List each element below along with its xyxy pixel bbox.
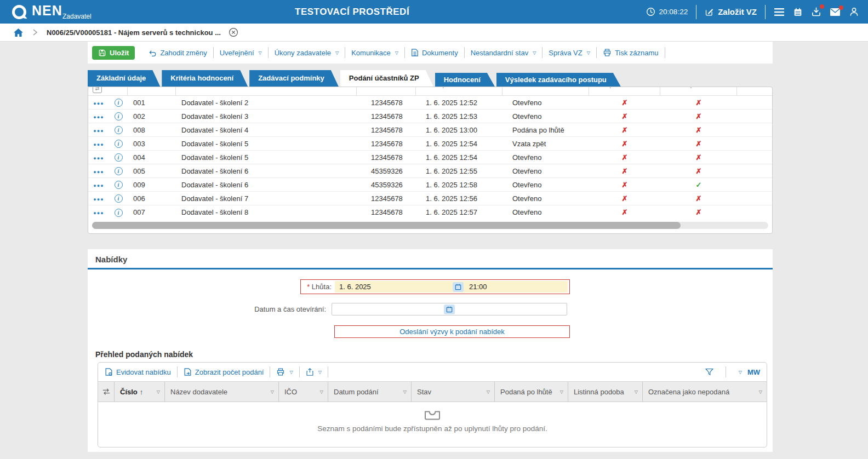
nen-logo-icon [11,4,27,20]
tab-3[interactable]: Podání účastníků ZP [340,70,433,87]
export-table-button[interactable]: ▽ [306,368,322,376]
row-info-button[interactable]: i [115,153,123,162]
deadline-calendar-button[interactable] [453,282,464,292]
main-menu-button[interactable] [774,8,785,16]
row-info-button[interactable]: i [115,194,123,203]
row-info-button[interactable]: i [115,126,123,134]
opening-date-input[interactable] [334,305,444,313]
toolbar-separator [542,47,542,58]
row-actions-button[interactable]: ●●● [93,197,104,202]
submission-row[interactable]: ●●●i004Dodavatel - školení 5123456781. 6… [88,151,772,164]
column-header[interactable]: Datum podání▽ [416,87,502,95]
column-header[interactable]: Stav▽ [412,382,495,401]
create-vz-button[interactable]: Založit VZ [705,7,757,16]
deadline-date-input[interactable]: 1. 6. 2025 [335,283,453,291]
column-header[interactable]: Název dodavatele▽ [165,382,279,401]
messages-button[interactable] [830,8,841,16]
print-record-button[interactable]: Tisk záznamu [603,48,659,57]
column-header[interactable]: Číslo▽ [128,87,176,95]
submission-row[interactable]: ●●●i001Dodavatel - školení 2123456781. 6… [88,96,772,110]
layout-code-button[interactable]: MW [747,368,760,376]
row-actions-button[interactable]: ●●● [93,114,104,120]
dropdown-caret-icon: ▽ [533,50,536,55]
submission-row[interactable]: ●●●i002Dodavatel - školení 3123456781. 6… [88,110,772,123]
cell-signed: ✗ [589,194,660,203]
horizontal-scrollbar[interactable] [92,222,768,229]
discard-changes-button[interactable]: Zahodit změny [147,49,207,57]
toolbar-separator [299,366,300,377]
row-info-button[interactable]: i [115,112,123,121]
submission-row[interactable]: ●●●i009Dodavatel - školení 6453593261. 6… [88,178,772,192]
publish-menu-button[interactable]: Uveřejnění▽ [220,49,262,57]
column-header[interactable]: Datum podání▽ [328,382,412,401]
layout-caret-icon[interactable]: ▽ [739,370,742,375]
calendar-button[interactable] [793,7,803,17]
row-info-button[interactable]: i [115,167,123,175]
row-actions-button[interactable]: ●●● [93,210,104,216]
submission-row[interactable]: ●●●i005Dodavatel - školení 6453593261. 6… [88,164,772,178]
submission-row[interactable]: ●●●i007Dodavatel - školení 8123456781. 6… [88,205,772,219]
register-offer-button[interactable]: Evidovat nabídku [105,368,171,376]
opening-calendar-button[interactable] [444,305,455,314]
user-profile-button[interactable] [849,7,859,17]
column-header[interactable]: Označena jako nepodaná▽ [643,382,767,401]
nonstandard-state-menu-button[interactable]: Nestandardní stav▽ [471,49,536,57]
row-info-button[interactable]: i [115,181,123,189]
contracting-actions-menu-button[interactable]: Úkony zadavatele▽ [275,49,339,57]
row-actions-button[interactable]: ●●● [93,156,104,161]
close-record-button[interactable] [229,27,238,37]
send-invitation-button[interactable]: Odeslání výzvy k podání nabídek [334,325,570,338]
column-header[interactable]: Číslo↑▽ [115,382,165,401]
cell-supplier: Dodavatel - školení 6 [176,167,357,175]
tab-2[interactable]: Zadávací podmínky [249,70,339,87]
column-header[interactable]: IČO▽ [279,382,328,401]
row-actions-button[interactable]: ●●● [93,142,104,147]
home-button[interactable] [13,28,24,37]
filter-button[interactable] [705,368,714,376]
printer-icon [276,368,285,376]
column-settings-header[interactable]: ⇄ [88,87,128,95]
row-actions-button[interactable]: ●●● [93,128,104,134]
row-actions-button[interactable]: ●●● [93,169,104,175]
opening-label: Datum a čas otevírání: [88,305,332,313]
tab-1[interactable]: Kritéria hodnocení [162,70,248,87]
column-header[interactable]: Listinná podoba▽ [568,382,643,401]
column-header[interactable]: Podepsaná▽ [589,87,660,95]
column-header[interactable]: IČO▽ [357,87,416,95]
column-header[interactable]: Podaná po lhůtě▽ [495,382,568,401]
scrollbar-thumb[interactable] [92,222,681,229]
filter-icon [705,368,714,376]
manage-vz-menu-button[interactable]: Správa VZ▽ [549,49,590,57]
submission-row[interactable]: ●●●i003Dodavatel - školení 5123456781. 6… [88,137,772,151]
row-actions-button[interactable]: ●●● [93,183,104,188]
row-actions-button[interactable]: ●●● [93,101,104,106]
top-bar: NEN Zadavatel TESTOVACÍ PROSTŘEDÍ 20:08:… [0,0,868,24]
communication-menu-button[interactable]: Komunikace▽ [351,49,398,57]
filter-caret-icon: ▽ [409,87,412,88]
row-info-button[interactable]: i [115,209,123,217]
save-button[interactable]: Uložit [92,46,135,60]
print-table-button[interactable]: ▽ [276,368,293,376]
column-settings-header[interactable] [98,382,115,401]
empty-state: Seznam s podáními bude zpřístupněn až po… [98,402,767,447]
show-submission-count-button[interactable]: Zobrazit počet podání [184,368,264,376]
cell-ico: 12345678 [357,126,416,134]
submission-row[interactable]: ●●●i006Dodavatel - školení 7123456781. 6… [88,192,772,205]
row-info-button[interactable]: i [115,99,123,107]
submission-row[interactable]: ●●●i008Dodavatel - školení 4123456781. 6… [88,123,772,137]
breadcrumb-item[interactable]: N006/25/V00005181 - Nájem serverů s tech… [47,28,221,37]
tab-4[interactable]: Hodnocení [435,73,495,87]
documents-button[interactable]: Dokumenty [411,48,458,57]
filter-caret-icon: ▽ [582,87,585,88]
column-header[interactable]: Název dodavatele▽ [176,87,357,95]
opening-time-input[interactable] [455,305,565,313]
downloads-button[interactable] [811,7,821,17]
column-header[interactable]: Stav▽ [502,87,589,95]
tab-0[interactable]: Základní údaje [88,70,160,87]
deadline-time-input[interactable]: 21:00 [464,283,568,291]
row-info-button[interactable]: i [115,140,123,148]
column-header[interactable]: Listinná podoba▽ [660,87,737,95]
column-header[interactable]: Označe▽ [737,87,772,95]
tab-5[interactable]: Výsledek zadávacího postupu [496,73,621,87]
app-logo[interactable]: NEN Zadavatel [11,4,62,20]
